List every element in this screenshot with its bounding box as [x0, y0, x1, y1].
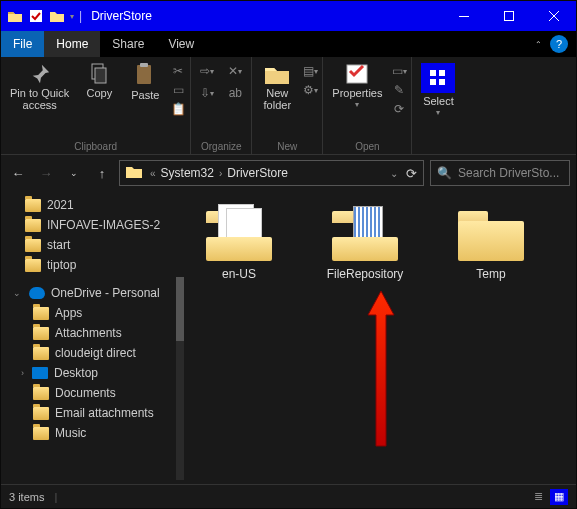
- properties-label: Properties: [332, 87, 382, 99]
- ribbon: Pin to Quick access Copy Paste ✂ ▭ 📋 Cli…: [1, 57, 576, 155]
- tree-label: 2021: [47, 198, 74, 212]
- paste-label: Paste: [131, 89, 159, 101]
- copy-path-icon[interactable]: ▭: [170, 82, 186, 98]
- tab-file[interactable]: File: [1, 31, 44, 57]
- chevron-down-icon[interactable]: ⌄: [13, 288, 21, 298]
- new-folder-button[interactable]: New folder: [256, 61, 298, 113]
- chevron-left-icon[interactable]: «: [148, 168, 158, 179]
- folder-temp[interactable]: Temp: [446, 209, 536, 281]
- tree-item[interactable]: start: [1, 235, 184, 255]
- maximize-button[interactable]: [486, 1, 531, 31]
- tree-label: Documents: [55, 386, 116, 400]
- easy-access-icon[interactable]: ⚙▾: [302, 82, 318, 98]
- tree-item[interactable]: Apps: [1, 303, 184, 323]
- location-icon: [120, 164, 148, 182]
- annotation-arrow-icon: [366, 291, 396, 451]
- menu-bar: File Home Share View ⌃ ?: [1, 31, 576, 57]
- group-new-label: New: [256, 139, 318, 152]
- cut-icon[interactable]: ✂: [170, 63, 186, 79]
- help-icon[interactable]: ?: [550, 35, 568, 53]
- svg-rect-2: [504, 12, 513, 21]
- pin-quick-access-button[interactable]: Pin to Quick access: [5, 61, 74, 113]
- body: 2021 INFOAVE-IMAGES-2 start tiptop ⌄OneD…: [1, 191, 576, 484]
- content-pane[interactable]: en-US FileRepository Temp: [184, 191, 576, 484]
- tree-label: Music: [55, 426, 86, 440]
- group-clipboard: Pin to Quick access Copy Paste ✂ ▭ 📋 Cli…: [1, 57, 191, 154]
- folder-label: Temp: [476, 267, 505, 281]
- svg-rect-10: [430, 79, 436, 85]
- tree-item[interactable]: INFOAVE-IMAGES-2: [1, 215, 184, 235]
- paste-button[interactable]: Paste: [124, 61, 166, 103]
- chevron-right-icon[interactable]: ›: [21, 368, 24, 378]
- edit-icon[interactable]: ✎: [391, 82, 407, 98]
- breadcrumb-seg-driverstore[interactable]: DriverStore: [224, 166, 291, 180]
- new-folder-label: New folder: [264, 87, 292, 111]
- folder-icon: [25, 239, 41, 252]
- tree-item[interactable]: tiptop: [1, 255, 184, 275]
- folder-icon: [33, 327, 49, 340]
- tree-pane[interactable]: 2021 INFOAVE-IMAGES-2 start tiptop ⌄OneD…: [1, 191, 184, 484]
- scrollbar-thumb[interactable]: [176, 277, 184, 341]
- chevron-right-icon[interactable]: ›: [217, 168, 224, 179]
- item-count: 3 items: [9, 491, 44, 503]
- delete-icon[interactable]: ✕▾: [227, 63, 243, 79]
- chevron-down-icon[interactable]: ▾: [70, 12, 74, 21]
- move-to-icon[interactable]: ⇨▾: [199, 63, 215, 79]
- search-icon: 🔍: [437, 166, 452, 180]
- tree-item[interactable]: cloudeigt direct: [1, 343, 184, 363]
- folder-icon-small: [49, 8, 65, 24]
- collapse-ribbon-icon[interactable]: ⌃: [535, 40, 542, 49]
- close-button[interactable]: [531, 1, 576, 31]
- tree-item[interactable]: Attachments: [1, 323, 184, 343]
- properties-button[interactable]: Properties ▾: [327, 61, 387, 112]
- svg-rect-9: [439, 70, 445, 76]
- paste-shortcut-icon[interactable]: 📋: [170, 101, 186, 117]
- details-view-button[interactable]: ≣: [529, 489, 547, 505]
- tree-label: Attachments: [55, 326, 122, 340]
- folder-icon: [33, 387, 49, 400]
- icons-view-button[interactable]: ▦: [550, 489, 568, 505]
- folder-icon: [33, 427, 49, 440]
- recent-dropdown[interactable]: ⌄: [63, 162, 85, 184]
- copy-to-icon[interactable]: ⇩▾: [199, 85, 215, 101]
- tree-item[interactable]: Music: [1, 423, 184, 443]
- folder-en-us[interactable]: en-US: [194, 209, 284, 281]
- rename-icon[interactable]: ab: [227, 85, 243, 101]
- up-button[interactable]: ↑: [91, 162, 113, 184]
- file-explorer-window: ▾ | DriverStore File Home Share View ⌃ ?: [0, 0, 577, 509]
- tab-share[interactable]: Share: [100, 31, 156, 57]
- search-input[interactable]: 🔍 Search DriverSto...: [430, 160, 570, 186]
- select-button[interactable]: Select ▾: [416, 61, 460, 120]
- refresh-icon[interactable]: ⟳: [406, 166, 417, 181]
- svg-rect-0: [30, 10, 42, 22]
- group-organize-label: Organize: [195, 139, 247, 152]
- tree-item[interactable]: Documents: [1, 383, 184, 403]
- folder-filerepository[interactable]: FileRepository: [320, 209, 410, 281]
- tab-home[interactable]: Home: [44, 31, 100, 57]
- svg-rect-6: [140, 63, 148, 67]
- scrollbar[interactable]: [176, 277, 184, 480]
- history-icon[interactable]: ⟳: [391, 101, 407, 117]
- forward-button[interactable]: →: [35, 162, 57, 184]
- new-item-icon[interactable]: ▤▾: [302, 63, 318, 79]
- chevron-down-icon[interactable]: ⌄: [388, 168, 400, 179]
- folder-icon: [33, 347, 49, 360]
- back-button[interactable]: ←: [7, 162, 29, 184]
- tab-view[interactable]: View: [156, 31, 206, 57]
- separator: |: [79, 9, 82, 23]
- group-select: Select ▾: [412, 57, 464, 154]
- copy-button[interactable]: Copy: [78, 61, 120, 101]
- group-open: Properties ▾ ▭▾ ✎ ⟳ Open: [323, 57, 412, 154]
- folder-icon: [25, 199, 41, 212]
- folder-icon: [7, 8, 23, 24]
- address-bar[interactable]: « System32 › DriverStore ⌄ ⟳: [119, 160, 424, 186]
- breadcrumb-seg-system32[interactable]: System32: [158, 166, 217, 180]
- open-icon[interactable]: ▭▾: [391, 63, 407, 79]
- tree-item[interactable]: ›Desktop: [1, 363, 184, 383]
- tree-label: Apps: [55, 306, 82, 320]
- save-icon[interactable]: [28, 8, 44, 24]
- tree-onedrive[interactable]: ⌄OneDrive - Personal: [1, 283, 184, 303]
- minimize-button[interactable]: [441, 1, 486, 31]
- tree-item[interactable]: 2021: [1, 195, 184, 215]
- tree-item[interactable]: Email attachments: [1, 403, 184, 423]
